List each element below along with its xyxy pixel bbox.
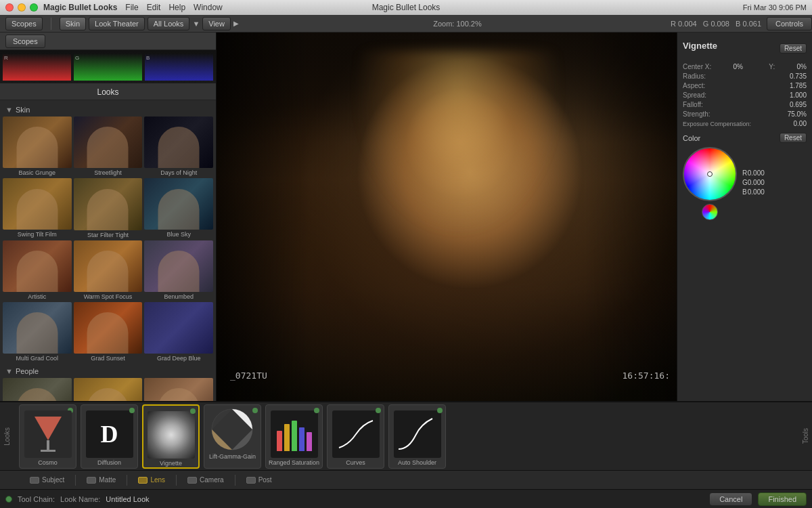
look-thumbnail (3, 240, 72, 292)
tools-label: Tools (800, 425, 811, 446)
look-basic-grunge[interactable]: Basic Grunge (3, 117, 72, 176)
skin-button[interactable]: Skin (60, 17, 86, 30)
look-warm-spot[interactable]: Warm Spot Focus (74, 240, 143, 300)
b-value: 0.000 (748, 188, 765, 196)
dropdown-arrow[interactable]: ▼ (192, 20, 200, 28)
look-name: Swing Tilt Film (3, 231, 72, 238)
color-header: Color Reset (683, 133, 807, 143)
rgb-b: B 0.061 (736, 20, 761, 28)
look-thumbnail (74, 378, 143, 401)
color-reset-button[interactable]: Reset (780, 133, 807, 143)
look-berlin-smooth[interactable]: Berlin Smooth (3, 378, 72, 401)
look-artistic[interactable]: Artistic (3, 240, 72, 300)
toolbar-left: Scopes (0, 15, 48, 32)
strip-post[interactable]: Post (246, 476, 272, 484)
color-g-row: G 0.000 (742, 179, 765, 186)
menu-window[interactable]: Window (194, 3, 223, 12)
title-bar-right: Fri Mar 30 9:06 PM (743, 3, 807, 12)
look-thumbnail (144, 302, 213, 354)
look-star-filter[interactable]: Star Filter Tight (74, 178, 143, 238)
strip-matte[interactable]: Matte (87, 476, 116, 484)
tool-name: Cosmo (38, 459, 58, 466)
look-streetlight[interactable]: Streetlight (74, 117, 143, 176)
category-people[interactable]: ▼ People (3, 364, 213, 378)
tool-auto-shoulder[interactable]: Auto Shoulder (388, 404, 446, 469)
param-label: Radius: (683, 72, 706, 80)
look-multi-grad[interactable]: Multi Grad Cool (3, 302, 72, 362)
look-movie-star[interactable]: Movie Star (74, 378, 143, 401)
cancel-button[interactable]: Cancel (709, 492, 752, 506)
tool-diffusion[interactable]: D Diffusion (81, 404, 138, 469)
view-button[interactable]: View (202, 17, 231, 30)
power-indicator (129, 408, 135, 413)
tool-curves[interactable]: Curves (327, 404, 384, 469)
strip-lens[interactable]: Lens (138, 476, 165, 484)
color-wheel[interactable] (683, 147, 737, 201)
strip-divider (127, 475, 127, 486)
rgb-parade: R G B (0, 50, 216, 84)
look-blue-sky[interactable]: Blue Sky (144, 178, 213, 238)
look-benumbed[interactable]: Benumbed (144, 240, 213, 300)
reset-button[interactable]: Reset (780, 43, 807, 54)
category-arrow: ▼ (5, 106, 13, 114)
param-value: 0.735 (790, 72, 807, 80)
color-b-row: B 0.000 (742, 188, 765, 196)
menu-help[interactable]: Help (168, 3, 185, 12)
look-grad-deep[interactable]: Grad Deep Blue (144, 302, 213, 362)
finished-button[interactable]: Finished (758, 492, 807, 506)
tool-name: Auto Shoulder (398, 459, 436, 466)
menu-file[interactable]: File (125, 3, 138, 12)
maximize-button[interactable] (30, 3, 38, 12)
power-indicator (190, 408, 196, 414)
category-skin[interactable]: ▼ Skin (3, 103, 213, 117)
category-label: Skin (16, 106, 30, 114)
diffusion-icon: D (101, 420, 118, 448)
look-thumbnail (144, 240, 213, 292)
play-icon[interactable]: ▶ (233, 20, 239, 27)
tools-side-label: Tools (798, 425, 812, 446)
look-theater-button[interactable]: Look Theater (89, 17, 145, 30)
traffic-lights (5, 3, 38, 12)
strip-camera[interactable]: Camera (187, 476, 224, 484)
scopes-button[interactable]: Scopes (5, 17, 43, 30)
look-grad-sunset[interactable]: Grad Sunset (74, 302, 143, 362)
strip-subject[interactable]: Subject (30, 476, 64, 484)
b-label: B (742, 188, 747, 196)
parade-r-label: R (4, 55, 8, 61)
look-name: Artistic (3, 293, 72, 300)
minimize-button[interactable] (18, 3, 26, 12)
menu-edit[interactable]: Edit (147, 3, 161, 12)
look-beauty-shot[interactable]: Beauty Shot (144, 378, 213, 401)
param-label: Exposure Compensation: (683, 121, 751, 127)
tool-name: Vignette (160, 460, 182, 467)
tool-thumbnail (24, 410, 72, 458)
vignette-controls: Vignette Reset Center X: 0% Y: 0% Radius… (677, 33, 812, 401)
tool-cosmo[interactable]: Cosmo (19, 404, 76, 469)
r-value: 0.000 (748, 169, 765, 177)
left-panel: Scopes R G B Looks ▼ (0, 33, 217, 401)
toolchain-power[interactable] (5, 496, 12, 503)
looks-list[interactable]: ▼ Skin Basic Grunge Streetlight Days of … (0, 100, 216, 401)
scopes-toggle-btn[interactable]: Scopes (5, 35, 45, 48)
color-wheel-container: R 0.000 G 0.000 B 0.000 (683, 147, 807, 220)
post-icon (246, 477, 256, 484)
close-button[interactable] (5, 3, 14, 12)
r-label: R (742, 169, 747, 177)
tool-vignette[interactable]: Vignette (142, 404, 200, 469)
look-days-of-night[interactable]: Days of Night (144, 117, 213, 176)
look-swing-tilt[interactable]: Swing Tilt Film (3, 178, 72, 238)
control-aspect: Aspect: 1.785 (683, 82, 807, 89)
power-indicator (437, 408, 443, 413)
power-indicator (314, 408, 319, 413)
all-looks-button[interactable]: All Looks (148, 17, 190, 30)
tool-lift-gamma-gain[interactable]: Lift-Gamma-Gain (204, 404, 261, 469)
skin-looks-grid: Basic Grunge Streetlight Days of Night S… (3, 117, 213, 362)
param-value: 1.785 (790, 82, 807, 89)
parade-g-label: G (75, 55, 79, 61)
tool-name: Curves (346, 459, 365, 466)
param-value: 75.0% (788, 110, 807, 118)
tool-ranged-saturation[interactable]: Ranged Saturation (265, 404, 323, 469)
look-thumbnail (74, 117, 143, 168)
strip-divider (235, 475, 235, 486)
title-bar: Magic Bullet Looks File Edit Help Window… (0, 0, 812, 15)
